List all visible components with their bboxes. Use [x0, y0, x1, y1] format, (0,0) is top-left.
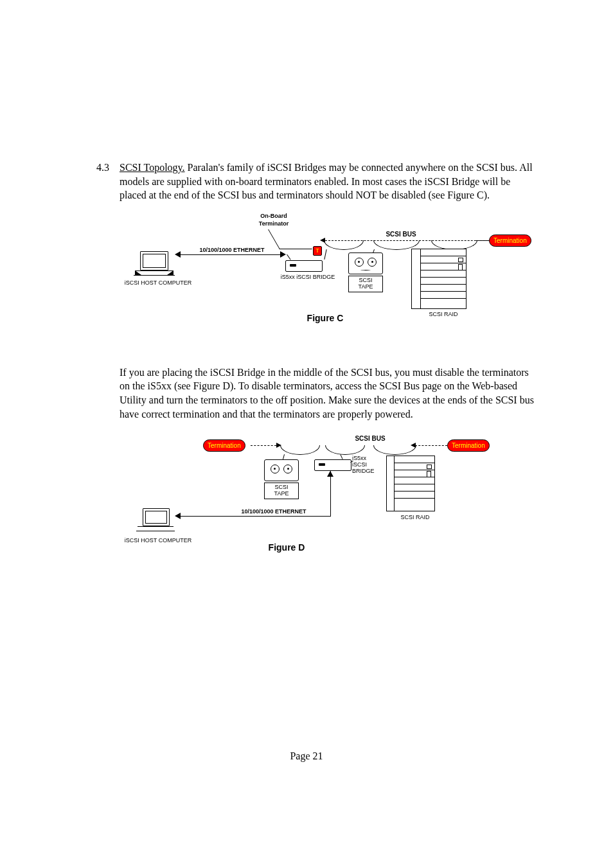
bridge-icon: [285, 260, 323, 272]
ethernet-label: 10/100/1000 ETHERNET: [184, 247, 280, 253]
cable-d-2: [325, 445, 365, 455]
raid-label: SCSI RAID: [411, 311, 475, 317]
section-heading: SCSI Topology.: [120, 162, 185, 173]
drop-to-bridge: [324, 249, 326, 260]
section-number: 4.3: [96, 161, 120, 202]
tape-label-2: TAPE: [349, 284, 382, 290]
laptop-icon-d: [143, 508, 170, 526]
tape-icon-d: [264, 459, 299, 481]
onboard-label-2: Terminator: [248, 220, 299, 227]
onboard-label-1: On-Board: [248, 213, 299, 219]
bus-arrow-2-icon: [411, 443, 416, 448]
termination-pill: Termination: [489, 235, 531, 247]
bridge-icon-d: [314, 459, 351, 471]
bridge-label: iS5xx iSCSI BRIDGE: [276, 274, 340, 280]
cable-drop-1: [324, 240, 364, 250]
termination-left-pill: Termination: [203, 439, 245, 452]
eth-arrow-left-icon: [175, 513, 181, 519]
paragraph-1: 4.3 SCSI Topology. Paralan's family of i…: [96, 161, 536, 202]
eth-vert: [330, 471, 331, 516]
tape-label-d2: TAPE: [265, 491, 298, 497]
scsi-bus-label-d: SCSI BUS: [344, 435, 396, 442]
eth-arrow-up-icon: [327, 471, 333, 477]
cable-d-3: [373, 445, 416, 455]
scsi-bus-label: SCSI BUS: [375, 231, 427, 238]
bus-tail: [476, 240, 490, 241]
bus-tail-right: [415, 445, 447, 446]
arrow-right-icon: [280, 251, 286, 258]
drop-tape-d: [283, 454, 285, 459]
figure-d-title: Figure D: [248, 542, 325, 553]
termination-right-pill: Termination: [447, 439, 490, 452]
ethernet-line: [181, 254, 283, 255]
host-label-d: iSCSI HOST COMPUTER: [120, 537, 197, 544]
bridge-label-d3: BRIDGE: [352, 468, 382, 475]
bus-tail-left: [251, 445, 276, 446]
tape-label-box-d: SCSI TAPE: [264, 483, 299, 499]
eth-horiz: [181, 516, 331, 517]
cable-d-1: [280, 445, 320, 455]
paragraph-1-body: SCSI Topology. Paralan's family of iSCSI…: [120, 161, 536, 202]
page-footer: Page 21: [0, 750, 613, 762]
drop-bridge-d: [340, 454, 342, 459]
figure-c-title: Figure C: [287, 313, 364, 323]
connector-line: [287, 254, 291, 260]
terminator-t-badge: T: [313, 246, 322, 256]
paragraph-2: If you are placing the iSCSI Bridge in t…: [120, 366, 536, 421]
ethernet-label-d: 10/100/1000 ETHERNET: [222, 508, 325, 515]
host-label: iSCSI HOST COMPUTER: [120, 279, 197, 286]
tape-icon: [348, 252, 383, 274]
tape-label-box: SCSI TAPE: [348, 276, 383, 292]
arrow-left-icon: [175, 251, 181, 258]
bridge-label-box-d: iS5xx iSCSI BRIDGE: [352, 456, 382, 475]
laptop-icon: [140, 251, 168, 270]
raid-label-d: SCSI RAID: [386, 514, 444, 520]
figure-d: Termination Termination SCSI BUS SCSI TA…: [120, 430, 544, 565]
figure-c: On-Board Terminator T iS5xx iSCSI BRIDGE…: [120, 211, 544, 340]
